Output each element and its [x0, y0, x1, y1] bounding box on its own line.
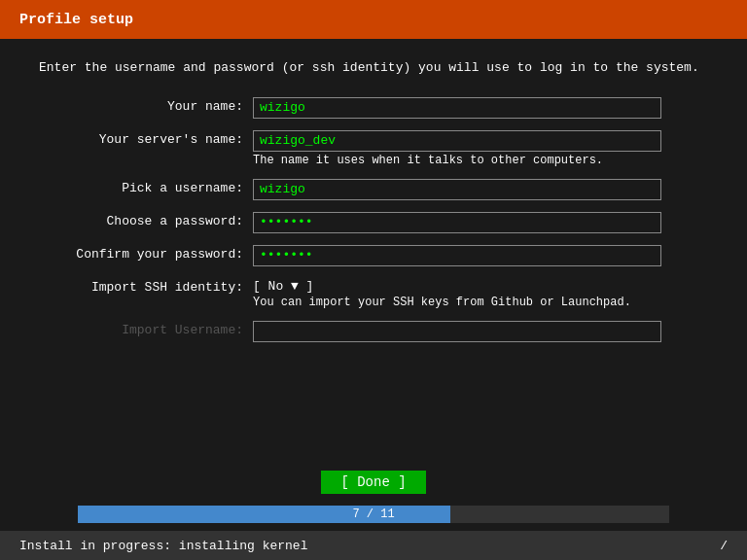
- ssh-identity-input-container: [ No ▼ ] You can import your SSH keys fr…: [253, 278, 708, 309]
- status-bar: Install in progress: installing kernel /: [0, 531, 747, 560]
- done-button[interactable]: [ Done ]: [321, 471, 425, 494]
- your-name-input[interactable]: [253, 97, 661, 119]
- import-username-input-container: [253, 321, 708, 342]
- confirm-password-row: Confirm your password:: [39, 245, 708, 266]
- status-slash: /: [720, 539, 728, 553]
- username-input[interactable]: [253, 179, 661, 200]
- password-input[interactable]: [253, 212, 661, 233]
- confirm-password-label: Confirm your password:: [39, 245, 253, 262]
- footer-area: [ Done ] 7 / 11 Install in progress: ins…: [0, 461, 747, 560]
- header-bar: Profile setup: [0, 0, 747, 39]
- progress-bar-container: 7 / 11: [78, 506, 669, 523]
- server-name-label: Your server's name:: [39, 130, 253, 147]
- ssh-identity-row: Import SSH identity: [ No ▼ ] You can im…: [39, 278, 708, 309]
- done-button-container: [ Done ]: [0, 461, 747, 502]
- ssh-hint: You can import your SSH keys from Github…: [253, 296, 661, 309]
- your-name-row: Your name:: [39, 97, 708, 119]
- progress-section: 7 / 11: [0, 502, 747, 527]
- progress-text: 7 / 11: [352, 508, 394, 521]
- confirm-password-input-container: [253, 245, 708, 266]
- password-label: Choose a password:: [39, 212, 253, 228]
- page-title: Profile setup: [19, 12, 133, 28]
- your-name-input-container: [253, 97, 708, 119]
- import-username-row: Import Username:: [39, 321, 708, 342]
- server-name-row: Your server's name: The name it uses whe…: [39, 130, 708, 167]
- password-row: Choose a password:: [39, 212, 708, 233]
- ssh-select-display[interactable]: [ No ▼ ]: [253, 279, 313, 294]
- main-content: Enter the username and password (or ssh …: [0, 39, 747, 373]
- description-text: Enter the username and password (or ssh …: [39, 58, 708, 78]
- import-username-label: Import Username:: [39, 321, 253, 337]
- server-name-input-container: The name it uses when it talks to other …: [253, 130, 708, 167]
- server-name-hint: The name it uses when it talks to other …: [253, 154, 661, 167]
- import-username-input[interactable]: [253, 321, 661, 342]
- username-input-container: [253, 179, 708, 200]
- done-button-label: [ Done ]: [340, 474, 406, 490]
- username-row: Pick a username:: [39, 179, 708, 200]
- confirm-password-input[interactable]: [253, 245, 661, 266]
- server-name-input[interactable]: [253, 130, 661, 152]
- status-text: Install in progress: installing kernel: [19, 539, 307, 553]
- username-label: Pick a username:: [39, 179, 253, 195]
- password-input-container: [253, 212, 708, 233]
- your-name-label: Your name:: [39, 97, 253, 114]
- ssh-identity-label: Import SSH identity:: [39, 278, 253, 295]
